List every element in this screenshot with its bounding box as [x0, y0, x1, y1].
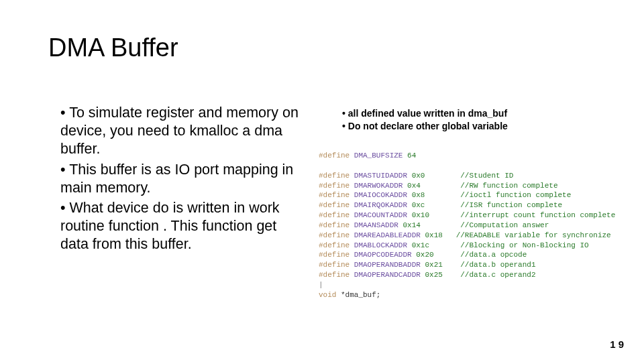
note-item: Do not declare other global variable — [342, 120, 610, 133]
code-keyword: #define — [319, 201, 350, 209]
slide: DMA Buffer • To simulate register and me… — [0, 0, 644, 362]
code-macro: DMAOPERANDBADDR — [350, 261, 421, 269]
left-column: • To simulate register and memory on dev… — [60, 104, 302, 256]
code-keyword: #define — [319, 231, 350, 239]
page-number: 19 — [610, 339, 627, 350]
code-number: 0x14 — [398, 221, 421, 229]
code-keyword: #define — [319, 152, 350, 160]
code-number: 64 — [402, 152, 416, 160]
code-number: 0x1c — [407, 241, 429, 249]
code-keyword: #define — [319, 191, 350, 199]
code-comment: //RW function complete — [421, 182, 558, 190]
code-block: #define DMA_BUFSIZE 64 #define DMASTUIDA… — [319, 151, 627, 300]
code-keyword: #define — [319, 261, 350, 269]
code-comment: //data.a opcode — [434, 251, 527, 259]
code-macro: DMAANSADDR — [350, 221, 398, 229]
code-keyword: #define — [319, 211, 350, 219]
code-keyword: #define — [319, 241, 350, 249]
code-macro: DMAIRQOKADDR — [350, 201, 407, 209]
code-number: 0x18 — [421, 231, 443, 239]
code-macro: DMAREADABLEADDR — [350, 231, 421, 239]
code-number: 0xc — [407, 201, 425, 209]
code-identifier: *dma_buf; — [336, 291, 380, 299]
bullet-text: What device do is written in work routin… — [60, 200, 280, 252]
code-keyword: #define — [319, 182, 350, 190]
bullet-text: To simulate register and memory on devic… — [60, 105, 299, 157]
code-comment: //interrupt count function complete — [429, 211, 615, 219]
slide-title: DMA Buffer — [48, 34, 178, 62]
code-comment: //Student ID — [425, 172, 513, 180]
bullet-text: This buffer is as IO port mapping in mai… — [60, 162, 293, 196]
code-macro: DMABLOCKADDR — [350, 241, 407, 249]
code-macro: DMASTUIDADDR — [350, 172, 407, 180]
code-comment: //data.b operand1 — [443, 261, 536, 269]
right-notes: all defined value written in dma_buf Do … — [342, 107, 610, 133]
code-keyword: #define — [319, 172, 350, 180]
code-keyword: #define — [319, 221, 350, 229]
code-comment: //Computation answer — [421, 221, 549, 229]
bullet-item: • To simulate register and memory on dev… — [60, 104, 302, 158]
code-number: 0x20 — [412, 251, 434, 259]
code-macro: DMAOPCODEADDR — [350, 251, 411, 259]
bullet-item: • What device do is written in work rout… — [60, 199, 302, 253]
code-keyword: #define — [319, 251, 350, 259]
code-macro: DMA_BUFSIZE — [350, 152, 402, 160]
code-comment: //ioctl function complete — [425, 191, 571, 199]
code-comment: //READABLE variable for synchronize — [443, 231, 611, 239]
code-keyword: #define — [319, 271, 350, 279]
code-macro: DMACOUNTADDR — [350, 211, 407, 219]
code-comment: //ISR function complete — [425, 201, 562, 209]
code-comment: //Blocking or Non-Blocking IO — [429, 241, 589, 249]
code-number: 0x0 — [407, 172, 425, 180]
code-macro: DMAOPERANDCADDR — [350, 271, 421, 279]
code-number: 0x10 — [407, 211, 429, 219]
code-number: 0x4 — [402, 182, 420, 190]
code-comment: //data.c operand2 — [443, 271, 536, 279]
code-number: 0x8 — [407, 191, 425, 199]
code-macro: DMARWOKADDR — [350, 182, 402, 190]
note-item: all defined value written in dma_buf — [342, 107, 610, 120]
code-type: void — [319, 291, 336, 299]
code-number: 0x21 — [421, 261, 443, 269]
code-number: 0x25 — [421, 271, 443, 279]
bullet-item: • This buffer is as IO port mapping in m… — [60, 161, 302, 197]
code-macro: DMAIOCOKADDR — [350, 191, 407, 199]
